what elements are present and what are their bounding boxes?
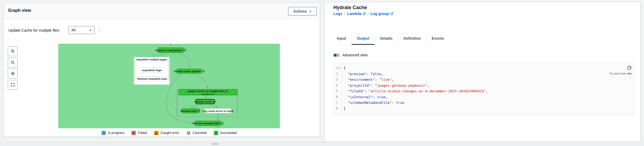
actions-button[interactable]: Actions ▼ (288, 7, 317, 16)
workflow-graph-canvas[interactable]: Unpublish multiple pages Unpublish Page … (58, 44, 280, 128)
graph-edges (58, 44, 280, 128)
code-text: "projectId": "ipages-gateway-popmusic", (341, 83, 634, 89)
code-text: "environment": "live", (341, 77, 634, 83)
legend-item: Canceled (186, 131, 207, 135)
copy-button[interactable] (627, 66, 631, 71)
node-hydrate-cache[interactable]: Hydrate Cache (196, 99, 215, 104)
code-line: 7 "siteHasMetadataFile": true (334, 100, 634, 106)
node-retrieve-data[interactable]: Retrieve Data (182, 108, 199, 113)
fold-arrow-icon[interactable]: ▼ (338, 65, 341, 71)
legend-label: In progress (108, 131, 125, 135)
legend-item: Caught error (154, 131, 179, 135)
node-update-cache-map[interactable]: Update Cache for multiple files Iteratio… (178, 89, 237, 95)
split-panel-drag-handle[interactable] (211, 143, 218, 145)
tabs: InputOutputDetailsDefinitionEvents (331, 32, 633, 45)
code-lines: 1▼{2 "preview": false,3 "environment": "… (334, 65, 634, 111)
code-text: "fileId": "article-studio-changes-wc-4-d… (341, 88, 634, 94)
caret-down-icon: ▼ (309, 10, 312, 13)
node-log-cache-errors[interactable]: Log cache errors to slack (205, 108, 231, 113)
tab-output[interactable]: Output (352, 36, 375, 45)
line-number: 3 (334, 77, 338, 83)
toggle-knob (334, 54, 337, 57)
tab-definition[interactable]: Definition (398, 36, 426, 45)
iteration-select[interactable]: #0 ▼ (68, 26, 95, 34)
zoom-in-button[interactable] (8, 46, 18, 56)
iteration-step-up-icon[interactable]: ▲ (98, 26, 101, 29)
zoom-in-icon (10, 49, 15, 54)
code-text: { (341, 65, 634, 71)
external-link-icon (363, 12, 366, 15)
formatted-label: Formatted (610, 72, 626, 75)
tab-input[interactable]: Input (331, 36, 351, 45)
legend-item: Failed (131, 131, 147, 135)
formatted-row: Formatted </> (610, 72, 631, 75)
page-title: Graph view (8, 8, 31, 13)
output-code-editor: 1▼{2 "preview": false,3 "environment": "… (333, 63, 634, 115)
expand-icon (11, 83, 15, 87)
external-link-icon (390, 12, 393, 15)
fold-spacer (338, 106, 341, 112)
advanced-view-toggle[interactable] (333, 53, 340, 57)
check-circle-icon (184, 49, 186, 52)
check-circle-icon (213, 100, 216, 103)
state-title: Hydrate Cache (333, 5, 367, 10)
lambda-link[interactable]: Lambda (347, 12, 366, 16)
node-unpublish-page[interactable]: Unpublish Page (142, 68, 162, 73)
legend-label: Canceled (193, 131, 207, 135)
state-links: Logs | Lambda | Log group (333, 12, 393, 16)
fold-spacer (338, 71, 341, 77)
logs-link[interactable]: Logs (333, 12, 342, 16)
state-details-panel: Hydrate Cache Logs | Lambda | Log group … (324, 2, 641, 142)
zoom-out-icon (10, 60, 15, 65)
iteration-control-row: Update Cache for multiple files #0 ▼ ▲ ▼ (4, 20, 320, 40)
zoom-out-button[interactable] (8, 58, 18, 67)
advanced-view-label: Advanced view (342, 53, 368, 57)
clock-icon (101, 131, 106, 135)
fold-spacer (338, 100, 341, 106)
legend-label: Succeeded (220, 131, 237, 135)
node-publish-or-unpublish[interactable]: Publish or Unpublish? (158, 48, 184, 53)
check-circle-icon (198, 110, 200, 112)
code-line: 4 "projectId": "ipages-gateway-popmusic"… (334, 83, 634, 89)
node-should-cache-update[interactable]: Should cache update? (177, 69, 202, 74)
tab-events[interactable]: Events (426, 36, 449, 45)
warning-triangle-icon (154, 131, 159, 135)
tab-details[interactable]: Details (375, 36, 398, 45)
code-text: } (341, 106, 634, 112)
graph-view-panel: Graph view Actions ▼ Update Cache for mu… (3, 3, 320, 137)
line-number: 7 (334, 100, 338, 106)
code-text: "preview": false, (341, 71, 634, 77)
legend-item: In progress (101, 131, 125, 135)
line-number: 1 (334, 65, 338, 71)
minus-circle-icon (186, 131, 191, 135)
status-legend: In progressFailedCaught errorCanceledSuc… (58, 129, 280, 136)
check-circle-icon (226, 90, 228, 93)
code-line: 3 "environment": "live", (334, 77, 634, 83)
advanced-view-row: Advanced view (333, 53, 368, 57)
node-site-has-metadata[interactable]: Site has metadata file? (195, 121, 221, 126)
line-number: 5 (334, 88, 338, 94)
link-separator: | (344, 12, 345, 16)
log-group-link[interactable]: Log group (370, 12, 393, 16)
fullscreen-button[interactable] (8, 80, 18, 90)
caret-down-icon: ▼ (89, 29, 92, 32)
unpublish-group-title: Unpublish multiple pages (136, 57, 168, 62)
legend-label: Caught error (161, 131, 179, 135)
code-line: 5 "fileId": "article-studio-changes-wc-4… (334, 88, 634, 94)
fold-spacer (338, 83, 341, 89)
check-circle-icon (214, 131, 218, 135)
center-graph-button[interactable] (8, 69, 18, 78)
code-glyph-icon[interactable]: </> (627, 72, 631, 75)
check-circle-icon (202, 70, 205, 72)
fold-spacer (338, 88, 341, 94)
iteration-step-down-icon[interactable]: ▼ (98, 30, 101, 33)
fold-spacer (338, 94, 341, 100)
copy-icon (627, 66, 631, 70)
line-number: 6 (334, 94, 338, 100)
footer-strip (0, 142, 644, 146)
node-retrieve-unpublish-data[interactable]: Retrieve Unpublish Data (138, 76, 166, 81)
crosshair-icon (10, 71, 15, 76)
cross-circle-icon (131, 131, 136, 135)
legend-item: Succeeded (214, 131, 237, 135)
hatch-edge (177, 89, 178, 116)
